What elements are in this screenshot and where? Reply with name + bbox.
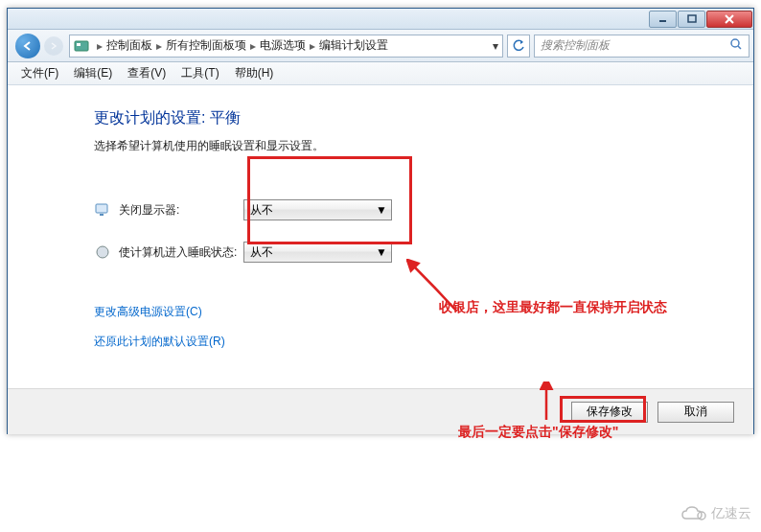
breadcrumb-sep: ▸ xyxy=(156,39,162,53)
window-frame: ▸ 控制面板 ▸ 所有控制面板项 ▸ 电源选项 ▸ 编辑计划设置 ▾ 搜索控制面… xyxy=(7,8,754,434)
restore-defaults-link[interactable]: 还原此计划的默认设置(R) xyxy=(94,334,753,350)
minimize-button[interactable] xyxy=(649,11,677,28)
menubar: 文件(F) 编辑(E) 查看(V) 工具(T) 帮助(H) xyxy=(8,62,753,85)
breadcrumb-item[interactable]: 控制面板 xyxy=(106,37,152,54)
close-button[interactable] xyxy=(706,11,752,28)
cloud-icon xyxy=(680,505,707,522)
breadcrumb-item[interactable]: 所有控制面板项 xyxy=(166,37,246,54)
svg-rect-8 xyxy=(96,204,107,213)
setting-label: 使计算机进入睡眠状态: xyxy=(119,244,243,261)
breadcrumb-sep: ▸ xyxy=(250,39,256,53)
cancel-button[interactable]: 取消 xyxy=(657,402,734,423)
search-placeholder: 搜索控制面板 xyxy=(541,37,610,54)
setting-sleep: 使计算机进入睡眠状态: 从不 ▼ xyxy=(94,231,753,273)
svg-rect-9 xyxy=(100,214,104,216)
menu-tools[interactable]: 工具(T) xyxy=(173,65,226,81)
breadcrumb-item[interactable]: 编辑计划设置 xyxy=(319,37,388,54)
watermark-text: 亿速云 xyxy=(711,505,751,522)
annotation-text: 收银店，这里最好都一直保持开启状态 xyxy=(439,299,667,316)
svg-point-6 xyxy=(731,39,739,47)
watermark: 亿速云 xyxy=(680,505,751,522)
navbar: ▸ 控制面板 ▸ 所有控制面板项 ▸ 电源选项 ▸ 编辑计划设置 ▾ 搜索控制面… xyxy=(8,30,753,62)
button-bar: 保存修改 取消 xyxy=(8,388,753,434)
titlebar xyxy=(8,9,753,30)
display-off-dropdown[interactable]: 从不 ▼ xyxy=(243,199,392,220)
forward-button[interactable] xyxy=(44,35,63,58)
menu-file[interactable]: 文件(F) xyxy=(13,65,66,81)
breadcrumb-sep: ▸ xyxy=(97,39,103,53)
back-button[interactable] xyxy=(12,32,44,60)
breadcrumb-item[interactable]: 电源选项 xyxy=(260,37,306,54)
svg-rect-5 xyxy=(77,43,81,46)
page-title: 更改计划的设置: 平衡 xyxy=(94,108,753,128)
sleep-dropdown[interactable]: 从不 ▼ xyxy=(243,242,392,263)
save-button[interactable]: 保存修改 xyxy=(571,402,648,423)
address-dropdown-icon[interactable]: ▾ xyxy=(493,39,498,53)
setting-display-off: 关闭显示器: 从不 ▼ xyxy=(94,189,753,231)
search-input[interactable]: 搜索控制面板 xyxy=(534,35,749,58)
control-panel-icon xyxy=(74,38,89,54)
addressbar[interactable]: ▸ 控制面板 ▸ 所有控制面板项 ▸ 电源选项 ▸ 编辑计划设置 ▾ xyxy=(69,35,503,58)
dropdown-value: 从不 xyxy=(250,244,273,261)
moon-icon xyxy=(94,243,111,261)
svg-line-7 xyxy=(738,46,741,49)
search-icon xyxy=(729,37,743,54)
menu-edit[interactable]: 编辑(E) xyxy=(66,65,120,81)
maximize-button[interactable] xyxy=(678,11,705,28)
breadcrumb-sep: ▸ xyxy=(310,39,315,53)
dropdown-value: 从不 xyxy=(250,202,273,219)
dropdown-arrow-icon: ▼ xyxy=(376,245,387,259)
svg-rect-1 xyxy=(688,15,696,22)
setting-label: 关闭显示器: xyxy=(119,202,243,219)
dropdown-arrow-icon: ▼ xyxy=(376,203,387,217)
svg-point-10 xyxy=(97,246,108,258)
page-subtext: 选择希望计算机使用的睡眠设置和显示设置。 xyxy=(94,138,753,154)
annotation-text: 最后一定要点击"保存修改" xyxy=(458,424,618,441)
menu-view[interactable]: 查看(V) xyxy=(120,65,173,81)
monitor-icon xyxy=(94,201,111,219)
refresh-button[interactable] xyxy=(507,35,530,58)
content-area: 更改计划的设置: 平衡 选择希望计算机使用的睡眠设置和显示设置。 关闭显示器: … xyxy=(8,85,753,434)
menu-help[interactable]: 帮助(H) xyxy=(227,65,282,81)
